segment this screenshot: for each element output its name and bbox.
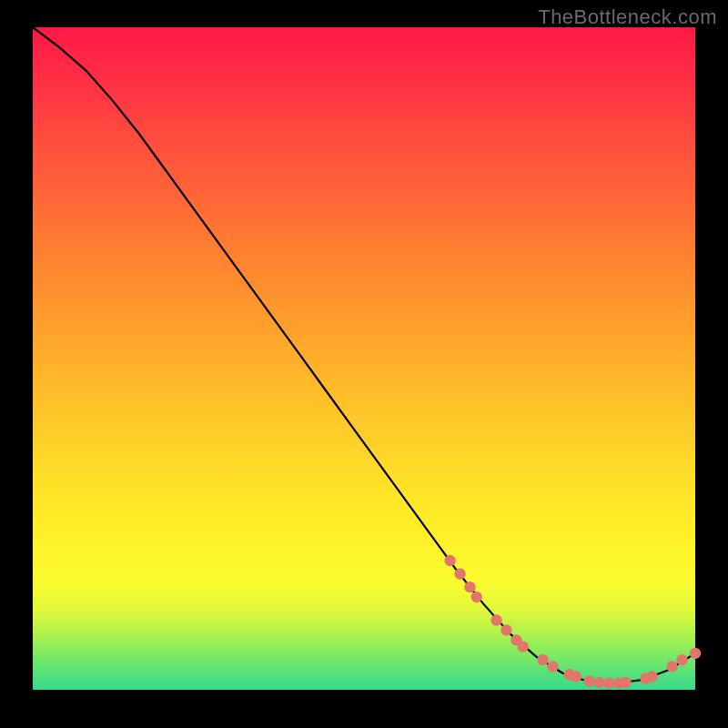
data-marker	[454, 568, 465, 579]
data-marker	[537, 654, 548, 665]
data-marker	[690, 648, 701, 659]
data-marker	[583, 675, 594, 686]
data-marker	[593, 677, 604, 688]
data-marker	[547, 661, 558, 672]
data-marker	[676, 654, 687, 665]
watermark-text: TheBottleneck.com	[538, 5, 717, 29]
data-marker	[603, 678, 614, 689]
bottleneck-curve	[33, 27, 695, 683]
data-marker	[620, 677, 631, 688]
data-marker	[646, 671, 657, 682]
chart-overlay	[33, 27, 695, 690]
data-markers	[444, 555, 701, 689]
data-marker	[444, 555, 455, 566]
data-marker	[571, 671, 581, 682]
chart-frame: TheBottleneck.com	[0, 0, 728, 728]
data-marker	[666, 661, 677, 672]
data-marker	[490, 614, 501, 625]
data-marker	[518, 641, 529, 652]
data-marker	[471, 592, 482, 602]
data-marker	[464, 581, 475, 592]
plot-area	[33, 27, 695, 690]
data-marker	[500, 624, 511, 635]
